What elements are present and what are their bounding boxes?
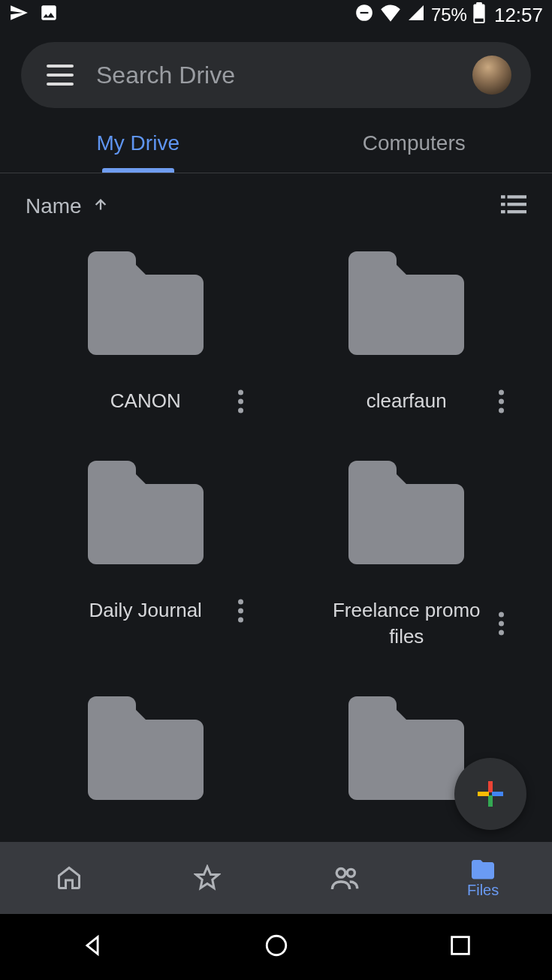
more-icon[interactable] (238, 595, 243, 626)
folder-name: Daily Journal (89, 597, 202, 624)
folder-item[interactable]: CANON (15, 250, 276, 414)
folder-name: clearfaun (366, 388, 447, 414)
nav-files[interactable]: Files (414, 842, 552, 914)
cell-signal-icon (407, 4, 425, 26)
status-bar: 75% 12:57 (0, 0, 552, 30)
folder-icon (341, 695, 472, 800)
sort-label: Name (26, 194, 82, 218)
star-icon (194, 864, 221, 891)
svg-rect-12 (492, 792, 503, 796)
recent-button[interactable] (448, 933, 473, 961)
nav-shared[interactable] (276, 842, 415, 914)
folder-icon (341, 459, 472, 564)
folder-name: CANON (110, 388, 181, 414)
send-icon (9, 3, 29, 27)
folder-icon (80, 250, 211, 355)
svg-rect-18 (451, 937, 469, 954)
svg-rect-7 (501, 203, 505, 206)
fab-add-button[interactable] (454, 758, 526, 830)
svg-rect-13 (488, 795, 493, 807)
home-icon (56, 864, 83, 891)
svg-rect-5 (501, 195, 505, 198)
folder-icon (341, 250, 472, 355)
search-input[interactable]: Search Drive (96, 62, 450, 89)
svg-rect-10 (508, 210, 527, 213)
system-nav (0, 914, 552, 980)
svg-point-16 (348, 869, 355, 876)
svg-rect-11 (488, 781, 493, 792)
home-button[interactable] (264, 933, 289, 961)
tab-my-drive[interactable]: My Drive (0, 114, 276, 173)
folder-item[interactable]: Daily Journal (15, 459, 276, 650)
folder-icon (80, 459, 211, 564)
folder-icon (80, 695, 211, 800)
nav-starred[interactable] (138, 842, 276, 914)
clock-text: 12:57 (494, 4, 543, 27)
wifi-icon (380, 4, 401, 26)
avatar[interactable] (472, 56, 511, 95)
back-button[interactable] (80, 933, 105, 961)
folder-icon (469, 858, 496, 880)
svg-rect-8 (508, 203, 527, 206)
svg-rect-9 (501, 210, 505, 213)
sort-button[interactable]: Name (26, 194, 109, 218)
menu-icon[interactable] (47, 65, 74, 86)
folder-item[interactable]: clearfaun (276, 250, 538, 414)
dnd-icon (354, 3, 374, 27)
tab-computers[interactable]: Computers (276, 114, 553, 173)
svg-rect-1 (360, 12, 368, 14)
people-icon (330, 864, 360, 891)
search-bar[interactable]: Search Drive (21, 42, 531, 108)
svg-rect-3 (476, 2, 482, 5)
battery-percent: 75% (431, 5, 467, 26)
more-icon[interactable] (499, 386, 504, 416)
tabs: My Drive Computers (0, 114, 552, 173)
svg-rect-6 (508, 195, 527, 198)
svg-rect-4 (475, 19, 483, 22)
nav-files-label: Files (467, 882, 499, 899)
battery-icon (473, 2, 485, 28)
svg-point-15 (337, 869, 346, 878)
plus-icon (475, 778, 506, 810)
folder-grid: CANON clearfaun Daily Journal Freelance … (0, 229, 552, 800)
more-icon[interactable] (238, 386, 243, 416)
bottom-nav: Files (0, 842, 552, 914)
folder-item[interactable] (15, 695, 276, 800)
folder-item[interactable]: Freelance promo files (276, 459, 538, 650)
image-icon (39, 3, 59, 27)
more-icon[interactable] (499, 609, 504, 639)
svg-point-17 (267, 936, 286, 955)
nav-home[interactable] (0, 842, 138, 914)
svg-rect-14 (478, 792, 489, 796)
list-view-icon[interactable] (501, 195, 526, 218)
folder-name: Freelance promo files (320, 597, 493, 650)
arrow-up-icon (92, 194, 109, 218)
